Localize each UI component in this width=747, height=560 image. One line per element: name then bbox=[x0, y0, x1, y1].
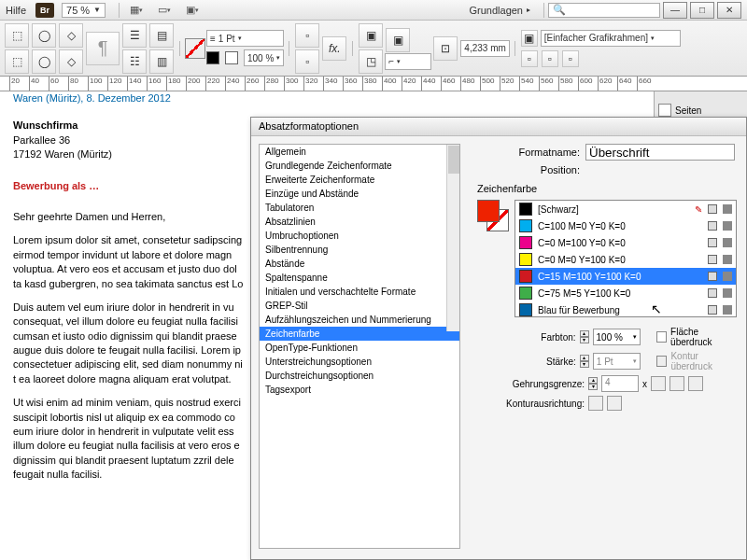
pages-icon bbox=[658, 104, 671, 117]
body-paragraph: Lorem ipsum dolor sit amet, consetetur s… bbox=[13, 233, 247, 291]
frame-type-icon[interactable]: ▣ bbox=[521, 30, 538, 47]
tool-icon[interactable]: ⬚ bbox=[5, 49, 29, 74]
weight-label: Stärke: bbox=[477, 357, 576, 367]
category-item[interactable]: Aufzählungszeichen und Nummerierung bbox=[260, 313, 459, 327]
align-label: Konturausrichtung: bbox=[477, 399, 585, 409]
help-menu[interactable]: Hilfe bbox=[6, 5, 26, 16]
category-item[interactable]: Abstände bbox=[260, 257, 459, 271]
tool-icon[interactable]: ☷ bbox=[122, 49, 147, 74]
category-item[interactable]: Absatzlinien bbox=[260, 215, 459, 229]
wrap-icon[interactable]: ◳ bbox=[359, 49, 383, 74]
tool-icon[interactable]: ◯ bbox=[32, 49, 56, 74]
small-icon[interactable]: ▫ bbox=[521, 50, 538, 67]
search-input[interactable]: 🔍 bbox=[548, 3, 660, 18]
fx-button[interactable]: fx. bbox=[322, 36, 346, 61]
paragraph-icon[interactable]: ¶ bbox=[86, 32, 120, 65]
tool-icon[interactable]: ▥ bbox=[149, 49, 174, 74]
stroke-swatch-2[interactable] bbox=[225, 51, 238, 64]
weight-spinner[interactable]: ▴▾ bbox=[580, 355, 589, 368]
miter-label: Gehrungsgrenze: bbox=[477, 379, 585, 389]
category-item[interactable]: Initialen und verschachtelte Formate bbox=[260, 285, 459, 299]
arrange-icon[interactable]: ▣▾ bbox=[179, 2, 205, 19]
object-style-dropdown[interactable]: [Einfacher Grafikrahmen]▾ bbox=[541, 30, 681, 47]
body-paragraph: Ut wisi enim ad minim veniam, quis nostr… bbox=[13, 396, 247, 482]
horizontal-ruler: 2040608010012014016018020022024026028030… bbox=[0, 77, 747, 91]
category-item[interactable]: Spaltenspanne bbox=[260, 271, 459, 285]
join-button[interactable] bbox=[688, 376, 703, 391]
tool-icon[interactable]: ▤ bbox=[149, 23, 174, 48]
scrollbar[interactable] bbox=[446, 145, 459, 331]
fill-stroke-swatch[interactable] bbox=[477, 200, 509, 231]
align-stroke-button[interactable] bbox=[607, 396, 622, 411]
control-toolbar: ⬚⬚ ◯◯ ◇◇ ¶ ☰☷ ▤▥ ≡ 1 Pt▾ 100 %▾ ▫▫ fx. ▣… bbox=[0, 21, 747, 77]
category-item[interactable]: Zeichenfarbe bbox=[260, 327, 459, 341]
tint-value[interactable]: 100 %▾ bbox=[593, 329, 641, 345]
salutation: Sehr geehrte Damen und Herren, bbox=[13, 210, 247, 224]
wrap-icon[interactable]: ▣ bbox=[359, 23, 383, 48]
join-button[interactable] bbox=[651, 376, 666, 391]
miter-x: x bbox=[642, 379, 647, 389]
tint-input[interactable]: 100 %▾ bbox=[244, 49, 284, 66]
menubar: Hilfe Br 75 %▼ ▦▾ ▭▾ ▣▾ Grundlagen▸ 🔍 — … bbox=[0, 0, 747, 21]
overprint-fill-checkbox[interactable] bbox=[656, 331, 667, 343]
workspace-dropdown[interactable]: Grundlagen▸ bbox=[470, 5, 531, 16]
view-options-icon[interactable]: ▦▾ bbox=[123, 2, 149, 19]
color-row[interactable]: Blau für Bewerbung bbox=[515, 301, 736, 317]
category-item[interactable]: Erweiterte Zeichenformate bbox=[260, 173, 459, 187]
tool-icon[interactable]: ◇ bbox=[59, 23, 83, 48]
fx-icon[interactable]: ▫ bbox=[295, 49, 319, 74]
category-item[interactable]: Allgemein bbox=[260, 145, 459, 159]
miter-value[interactable]: 4 bbox=[601, 375, 639, 392]
dialog-title: Absatzformatoptionen bbox=[251, 118, 746, 136]
corner-dropdown[interactable]: ⌐▾ bbox=[385, 53, 431, 70]
overprint-stroke-label: Kontur überdruck bbox=[670, 351, 737, 371]
stroke-swatch[interactable] bbox=[185, 38, 205, 59]
formatname-label: Formatname: bbox=[477, 147, 580, 158]
category-item[interactable]: Tagsexport bbox=[260, 383, 459, 397]
category-item[interactable]: Durchstreichungsoptionen bbox=[260, 369, 459, 383]
color-row[interactable]: C=75 M=5 Y=100 K=0 bbox=[515, 285, 736, 301]
category-item[interactable]: Silbentrennung bbox=[260, 243, 459, 257]
tool-icon[interactable]: ◯ bbox=[32, 23, 56, 48]
category-item[interactable]: Tabulatoren bbox=[260, 201, 459, 215]
color-row[interactable]: C=0 M=0 Y=100 K=0 bbox=[515, 251, 736, 268]
align-stroke-button[interactable] bbox=[588, 396, 603, 411]
small-icon[interactable]: ▫ bbox=[542, 50, 558, 67]
fill-swatch[interactable] bbox=[206, 51, 219, 64]
wrap-icon[interactable]: ▣ bbox=[386, 28, 410, 52]
category-item[interactable]: GREP-Stil bbox=[260, 299, 459, 313]
overprint-stroke-checkbox bbox=[656, 356, 667, 367]
category-item[interactable]: Einzüge und Abstände bbox=[260, 187, 459, 201]
zoom-dropdown[interactable]: 75 %▼ bbox=[62, 3, 106, 18]
category-item[interactable]: Umbruchoptionen bbox=[260, 229, 459, 243]
category-item[interactable]: Unterstreichungsoptionen bbox=[260, 355, 459, 369]
minimize-button[interactable]: — bbox=[663, 2, 687, 19]
fx-icon[interactable]: ▫ bbox=[295, 23, 319, 48]
mm-input[interactable]: 4,233 mm bbox=[460, 40, 509, 57]
close-button[interactable]: ✕ bbox=[717, 2, 741, 19]
small-icon[interactable]: ▫ bbox=[562, 50, 579, 67]
tool-icon[interactable]: ☰ bbox=[122, 23, 147, 48]
tint-spinner[interactable]: ▴▾ bbox=[580, 330, 589, 343]
tool-icon[interactable]: ◇ bbox=[59, 49, 83, 74]
screen-mode-icon[interactable]: ▭▾ bbox=[151, 2, 177, 19]
join-button[interactable] bbox=[669, 376, 684, 391]
corner-icon[interactable]: ⊡ bbox=[433, 36, 458, 61]
miter-spinner[interactable]: ▴▾ bbox=[588, 377, 598, 390]
stroke-weight[interactable]: ≡ 1 Pt▾ bbox=[206, 30, 284, 47]
category-item[interactable]: Grundlegende Zeichenformate bbox=[260, 159, 459, 173]
bridge-icon[interactable]: Br bbox=[35, 3, 54, 18]
category-item[interactable]: OpenType-Funktionen bbox=[260, 341, 459, 355]
category-list[interactable]: AllgemeinGrundlegende ZeichenformateErwe… bbox=[259, 144, 460, 549]
tool-icon[interactable]: ⬚ bbox=[5, 23, 29, 48]
color-row[interactable]: C=0 M=100 Y=0 K=0 bbox=[515, 234, 736, 251]
section-heading: Zeichenfarbe bbox=[477, 183, 737, 194]
formatname-input[interactable] bbox=[585, 144, 735, 161]
color-row[interactable]: [Schwarz]✎ bbox=[515, 201, 736, 217]
maximize-button[interactable]: □ bbox=[690, 2, 714, 19]
body-paragraph: Duis autem vel eum iriure dolor in hendr… bbox=[13, 301, 247, 386]
color-list[interactable]: ↖ [Schwarz]✎C=100 M=0 Y=0 K=0C=0 M=100 Y… bbox=[514, 200, 737, 317]
weight-value[interactable]: 1 Pt▾ bbox=[593, 353, 641, 370]
color-row[interactable]: C=100 M=0 Y=0 K=0 bbox=[515, 217, 736, 234]
color-row[interactable]: C=15 M=100 Y=100 K=0 bbox=[515, 268, 736, 285]
